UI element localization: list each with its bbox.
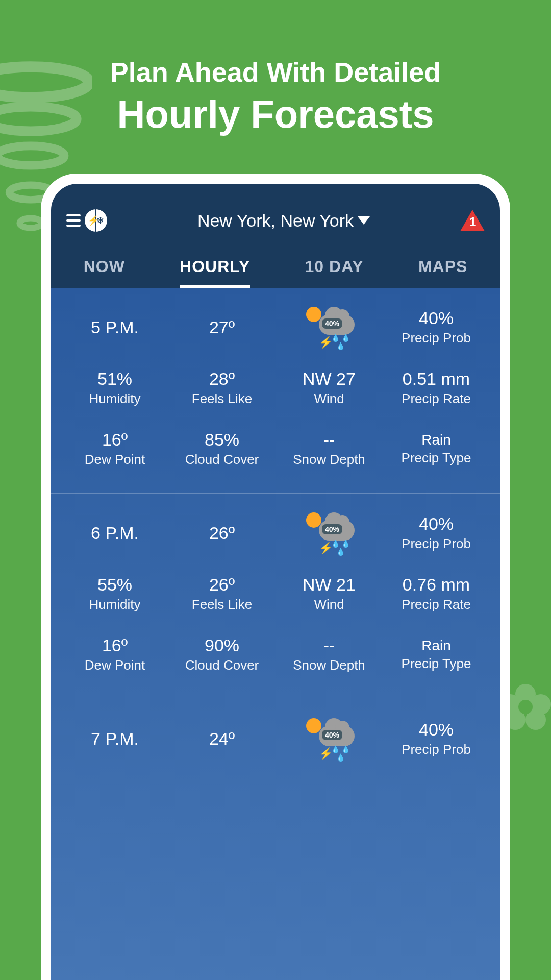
cloud-cover-label: Cloud Cover — [168, 657, 276, 673]
feels-like-label: Feels Like — [168, 391, 276, 407]
chevron-down-icon — [358, 216, 370, 225]
hour-temp: 24º — [168, 729, 276, 749]
hour-block[interactable]: 6 P.M. 26º 40% ⚡ 💧💧💧 40% Precip — [51, 494, 500, 699]
precip-prob-value: 40% — [383, 308, 490, 328]
dew-point-label: Dew Point — [61, 657, 168, 673]
humidity-value: 55% — [61, 575, 168, 595]
tab-maps[interactable]: MAPS — [418, 257, 467, 288]
svg-point-0 — [0, 67, 89, 97]
dew-point-label: Dew Point — [61, 452, 168, 468]
wind-value: NW 21 — [276, 575, 383, 595]
location-name: New York, New York — [197, 211, 354, 231]
precip-prob-label: Precip Prob — [383, 330, 490, 346]
snow-depth-value: -- — [276, 430, 383, 450]
dew-point-value: 16º — [61, 430, 168, 450]
precip-type-value: Rain — [383, 638, 490, 654]
hour-temp: 27º — [168, 317, 276, 337]
thunderstorm-icon: 40% ⚡ 💧💧💧 — [304, 309, 355, 345]
header-left: ⚡ ❄ — [66, 209, 107, 232]
wind-label: Wind — [276, 597, 383, 612]
wind-label: Wind — [276, 391, 383, 407]
precip-prob-value: 40% — [383, 514, 490, 534]
svg-point-1 — [0, 107, 77, 131]
snow-depth-label: Snow Depth — [276, 657, 383, 673]
precip-rate-value: 0.76 mm — [383, 575, 490, 595]
humidity-value: 51% — [61, 369, 168, 389]
cloud-cover-value: 85% — [168, 430, 276, 450]
precip-rate-label: Precip Rate — [383, 597, 490, 612]
hour-block[interactable]: 5 P.M. 27º 40% ⚡ 💧💧💧 40% Precip — [51, 288, 500, 494]
cloud-cover-value: 90% — [168, 635, 276, 655]
tab-bar: NOW HOURLY 10 DAY MAPS — [51, 242, 500, 288]
location-selector[interactable]: New York, New York — [197, 211, 370, 231]
humidity-label: Humidity — [61, 391, 168, 407]
svg-point-4 — [19, 218, 41, 228]
hourly-forecast-list[interactable]: 5 P.M. 27º 40% ⚡ 💧💧💧 40% Precip — [51, 288, 500, 980]
app-header: ⚡ ❄ New York, New York 1 — [51, 184, 500, 242]
precip-type-value: Rain — [383, 432, 490, 448]
snow-depth-label: Snow Depth — [276, 452, 383, 468]
feels-like-value: 28º — [168, 369, 276, 389]
precip-prob-value: 40% — [383, 720, 490, 740]
alert-count: 1 — [469, 215, 476, 229]
menu-icon[interactable] — [66, 214, 81, 227]
hour-time: 5 P.M. — [61, 317, 168, 337]
dew-point-value: 16º — [61, 635, 168, 655]
snow-depth-value: -- — [276, 635, 383, 655]
svg-point-10 — [518, 700, 533, 714]
humidity-label: Humidity — [61, 597, 168, 612]
hour-time: 6 P.M. — [61, 523, 168, 543]
weatherbug-logo-icon[interactable]: ⚡ ❄ — [85, 209, 107, 232]
tab-hourly[interactable]: HOURLY — [180, 257, 250, 288]
hour-block[interactable]: 7 P.M. 24º 40% ⚡ 💧💧💧 40% Precip — [51, 699, 500, 783]
tab-now[interactable]: NOW — [84, 257, 125, 288]
precip-prob-label: Precip Prob — [383, 742, 490, 757]
cloud-cover-label: Cloud Cover — [168, 452, 276, 468]
feels-like-label: Feels Like — [168, 597, 276, 612]
thunderstorm-icon: 40% ⚡ 💧💧💧 — [304, 721, 355, 756]
precip-prob-label: Precip Prob — [383, 536, 490, 552]
precip-type-label: Precip Type — [383, 450, 490, 466]
precip-rate-label: Precip Rate — [383, 391, 490, 407]
alert-badge[interactable]: 1 — [460, 210, 485, 231]
hour-temp: 26º — [168, 523, 276, 543]
precip-rate-value: 0.51 mm — [383, 369, 490, 389]
thunderstorm-icon: 40% ⚡ 💧💧💧 — [304, 515, 355, 551]
precip-type-label: Precip Type — [383, 656, 490, 672]
wind-value: NW 27 — [276, 369, 383, 389]
tab-10day[interactable]: 10 DAY — [305, 257, 364, 288]
feels-like-value: 26º — [168, 575, 276, 595]
phone-frame: ⚡ ❄ New York, New York 1 NOW HOURLY 10 D… — [41, 174, 510, 980]
hour-time: 7 P.M. — [61, 729, 168, 749]
svg-point-2 — [0, 146, 64, 165]
app-screen: ⚡ ❄ New York, New York 1 NOW HOURLY 10 D… — [51, 184, 500, 980]
